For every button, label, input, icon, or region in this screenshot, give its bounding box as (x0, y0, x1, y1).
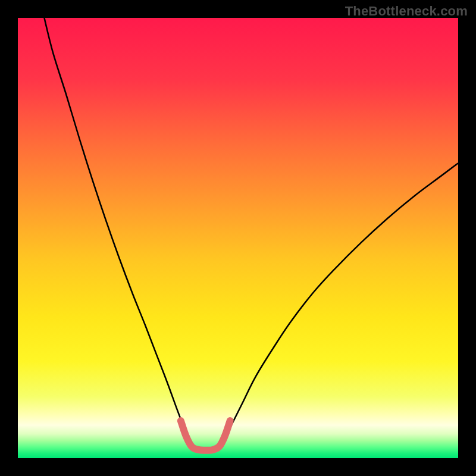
series-right-branch (225, 163, 458, 439)
series-valley-highlight (181, 421, 230, 450)
series-left-branch (44, 18, 187, 439)
plot-area (18, 18, 458, 458)
curve-layer (18, 18, 458, 458)
chart-frame: TheBottleneck.com (0, 0, 476, 476)
watermark-label: TheBottleneck.com (345, 4, 468, 19)
